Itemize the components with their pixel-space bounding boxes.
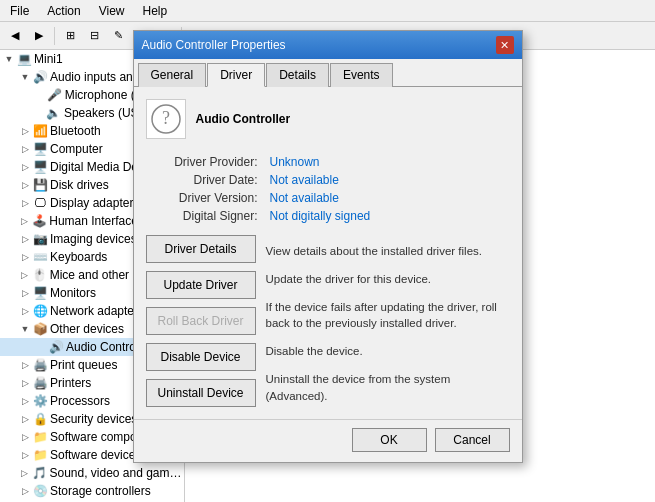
device-header: ? Audio Controller: [146, 99, 510, 139]
dialog-tabs: General Driver Details Events: [134, 59, 522, 87]
driver-version-value: Not available: [266, 189, 510, 207]
dialog-overlay: Audio Controller Properties ✕ General Dr…: [0, 0, 655, 502]
driver-provider-value: Unknown: [266, 153, 510, 171]
device-name: Audio Controller: [196, 112, 291, 126]
svg-text:?: ?: [162, 108, 170, 128]
dialog-content: ? Audio Controller Driver Provider: Unkn…: [134, 87, 522, 419]
update-driver-button[interactable]: Update Driver: [146, 271, 256, 299]
ok-button[interactable]: OK: [352, 428, 427, 452]
cancel-button[interactable]: Cancel: [435, 428, 510, 452]
driver-date-value: Not available: [266, 171, 510, 189]
driver-buttons-area: Driver DetailsUpdate DriverRoll Back Dri…: [146, 235, 510, 407]
dialog-titlebar: Audio Controller Properties ✕: [134, 31, 522, 59]
driver-info-table: Driver Provider: Unknown Driver Date: No…: [146, 153, 510, 225]
digital-signer-row: Digital Signer: Not digitally signed: [146, 207, 510, 225]
driver-provider-row: Driver Provider: Unknown: [146, 153, 510, 171]
driver-date-label: Driver Date:: [146, 171, 266, 189]
tab-details[interactable]: Details: [266, 63, 329, 87]
driver-date-row: Driver Date: Not available: [146, 171, 510, 189]
tab-driver[interactable]: Driver: [207, 63, 265, 87]
driver-provider-label: Driver Provider:: [146, 153, 266, 171]
driver-desc-3: Disable the device.: [266, 339, 510, 359]
tab-general[interactable]: General: [138, 63, 207, 87]
roll-back-driver-button: Roll Back Driver: [146, 307, 256, 335]
driver-version-row: Driver Version: Not available: [146, 189, 510, 207]
driver-desc-col: View details about the installed driver …: [266, 235, 510, 407]
disable-device-button[interactable]: Disable Device: [146, 343, 256, 371]
question-icon: ?: [150, 103, 182, 135]
dialog-close-button[interactable]: ✕: [496, 36, 514, 54]
driver-btn-col: Driver DetailsUpdate DriverRoll Back Dri…: [146, 235, 256, 407]
driver-version-label: Driver Version:: [146, 189, 266, 207]
digital-signer-label: Digital Signer:: [146, 207, 266, 225]
driver-desc-2: If the device fails after updating the d…: [266, 295, 510, 331]
device-icon: ?: [146, 99, 186, 139]
digital-signer-value: Not digitally signed: [266, 207, 510, 225]
driver-desc-0: View details about the installed driver …: [266, 239, 510, 259]
tab-events[interactable]: Events: [330, 63, 393, 87]
driver-details-button[interactable]: Driver Details: [146, 235, 256, 263]
driver-desc-4: Uninstall the device from the system (Ad…: [266, 367, 510, 403]
dialog-audio-controller-properties: Audio Controller Properties ✕ General Dr…: [133, 30, 523, 463]
driver-desc-1: Update the driver for this device.: [266, 267, 510, 287]
dialog-footer: OK Cancel: [134, 419, 522, 462]
uninstall-device-button[interactable]: Uninstall Device: [146, 379, 256, 407]
dialog-title: Audio Controller Properties: [142, 38, 286, 52]
